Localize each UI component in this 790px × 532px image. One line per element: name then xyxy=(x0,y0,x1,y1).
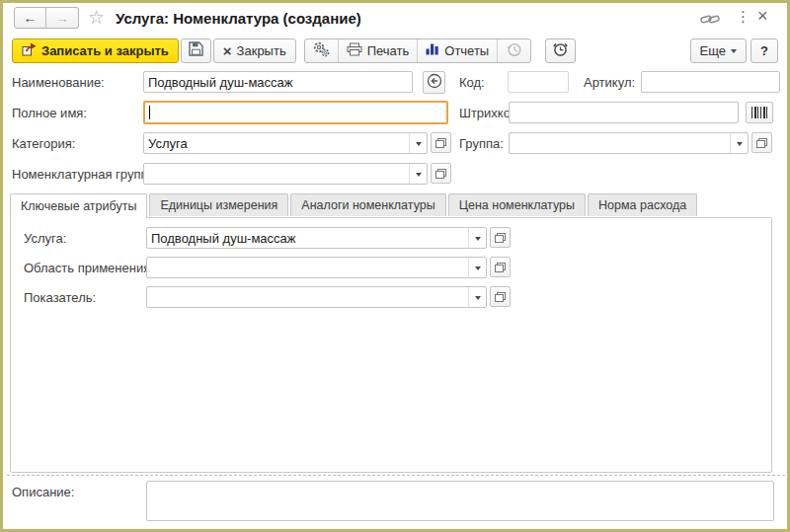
print-button[interactable]: Печать xyxy=(338,39,418,62)
full-name-label: Полное имя: xyxy=(12,106,87,120)
article-label: Артикул: xyxy=(584,75,635,90)
indicator-combobox xyxy=(146,286,487,308)
scope-combobox xyxy=(146,257,487,278)
nav-history-group: ← → xyxy=(14,7,79,29)
tab-analogs[interactable]: Аналоги номенклатуры xyxy=(290,193,445,216)
article-input[interactable] xyxy=(641,71,780,93)
chevron-down-icon xyxy=(475,296,481,303)
name-label: Наименование: xyxy=(12,75,105,90)
tab-units[interactable]: Единицы измерения xyxy=(149,193,288,216)
more-label: Еще xyxy=(700,43,726,58)
page-title: Услуга: Номенклатура (создание) xyxy=(116,10,361,27)
chevron-down-icon xyxy=(416,173,422,180)
group-label: Группа: xyxy=(459,136,504,151)
barcode-input[interactable] xyxy=(509,102,739,123)
scope-dropdown-button[interactable] xyxy=(468,258,486,277)
category-label: Категория: xyxy=(12,136,75,151)
service-form-window: ← → ☆ Услуга: Номенклатура (создание) ⋮ … xyxy=(0,0,790,532)
chevron-down-icon xyxy=(416,142,422,149)
service-open-button[interactable] xyxy=(490,227,511,248)
nomen-group-input[interactable] xyxy=(144,164,409,184)
open-window-icon xyxy=(756,138,767,148)
chevron-down-icon xyxy=(737,142,743,149)
group-input[interactable] xyxy=(510,133,730,153)
parameters-button[interactable] xyxy=(305,39,338,62)
group-dropdown-button[interactable] xyxy=(730,133,748,153)
revert-name-button[interactable] xyxy=(423,71,445,94)
scope-open-button[interactable] xyxy=(490,257,511,277)
service-dropdown-button[interactable] xyxy=(468,228,486,248)
chevron-down-icon xyxy=(475,266,481,273)
open-window-icon xyxy=(435,138,446,148)
more-button[interactable]: Еще xyxy=(690,38,747,63)
name-input[interactable] xyxy=(143,71,413,93)
open-window-icon xyxy=(495,233,506,243)
full-name-input[interactable] xyxy=(143,101,448,124)
code-label: Код: xyxy=(459,75,485,90)
forward-arrow-icon[interactable]: → xyxy=(46,7,79,29)
group-combobox xyxy=(509,132,749,154)
nomen-group-label: Номенклатурная группа: xyxy=(12,167,158,182)
nomen-group-combobox xyxy=(143,163,428,185)
bar-chart-icon xyxy=(426,42,439,58)
scope-label: Область применения: xyxy=(24,261,154,275)
text-caret xyxy=(149,106,150,119)
scan-barcode-button[interactable] xyxy=(746,102,773,123)
save-button[interactable] xyxy=(181,38,211,63)
indicator-label: Показатель: xyxy=(24,290,96,305)
alarm-clock-icon xyxy=(552,40,569,60)
close-form-button[interactable]: × Закрыть xyxy=(213,38,296,63)
close-icon[interactable]: × xyxy=(757,6,768,27)
group-open-button[interactable] xyxy=(751,132,772,153)
printer-icon xyxy=(347,42,362,59)
nomen-group-dropdown-button[interactable] xyxy=(409,164,427,184)
close-x-icon: × xyxy=(223,43,232,58)
tab-price[interactable]: Цена номенклатуры xyxy=(448,193,586,216)
save-and-close-label: Записать и закрыть xyxy=(41,43,169,58)
tab-consumption-rate[interactable]: Норма расхода xyxy=(588,193,697,216)
tab-key-attributes[interactable]: Ключевые атрибуты xyxy=(10,193,147,218)
link-icon[interactable] xyxy=(700,12,720,30)
indicator-open-button[interactable] xyxy=(490,286,511,307)
gears-icon xyxy=(313,41,330,60)
actions-button-group: Печать Отчеты xyxy=(304,38,532,63)
open-window-icon xyxy=(495,292,506,302)
reports-label: Отчеты xyxy=(444,43,489,58)
kebab-menu-icon[interactable]: ⋮ xyxy=(736,8,750,26)
nomen-group-open-button[interactable] xyxy=(431,163,451,184)
reports-button[interactable]: Отчеты xyxy=(417,39,497,62)
reminder-button[interactable] xyxy=(545,38,576,63)
service-label: Услуга: xyxy=(24,231,66,246)
close-form-label: Закрыть xyxy=(237,43,286,58)
category-open-button[interactable] xyxy=(431,132,451,153)
category-dropdown-button[interactable] xyxy=(409,133,427,153)
toolbar: Записать и закрыть × Закрыть Печать xyxy=(9,38,781,63)
favorite-star-icon[interactable]: ☆ xyxy=(88,6,105,29)
tab-bar: Ключевые атрибуты Единицы измерения Анал… xyxy=(10,193,697,218)
category-input[interactable] xyxy=(144,133,409,153)
description-label: Описание: xyxy=(12,485,74,499)
open-window-icon xyxy=(495,263,506,272)
save-close-icon xyxy=(22,42,37,59)
scope-input[interactable] xyxy=(147,258,468,277)
floppy-save-icon xyxy=(189,41,203,59)
description-textarea[interactable] xyxy=(146,481,774,521)
barcode-icon xyxy=(751,107,767,118)
save-and-close-button[interactable]: Записать и закрыть xyxy=(12,38,179,63)
tab-panel xyxy=(10,217,772,473)
print-label: Печать xyxy=(367,43,410,58)
service-input[interactable] xyxy=(147,228,468,248)
back-arrow-icon[interactable]: ← xyxy=(14,7,46,29)
indicator-input[interactable] xyxy=(147,287,468,307)
indicator-dropdown-button[interactable] xyxy=(468,287,486,307)
circle-back-arrow-icon xyxy=(427,73,442,92)
chevron-down-icon xyxy=(731,49,737,56)
chevron-down-icon xyxy=(475,237,481,244)
section-divider xyxy=(7,475,785,476)
help-button[interactable]: ? xyxy=(750,38,778,63)
code-input[interactable] xyxy=(508,71,569,93)
service-combobox xyxy=(146,227,487,249)
open-window-icon xyxy=(435,169,446,179)
history-clock-icon xyxy=(506,41,522,60)
category-combobox xyxy=(143,132,428,154)
